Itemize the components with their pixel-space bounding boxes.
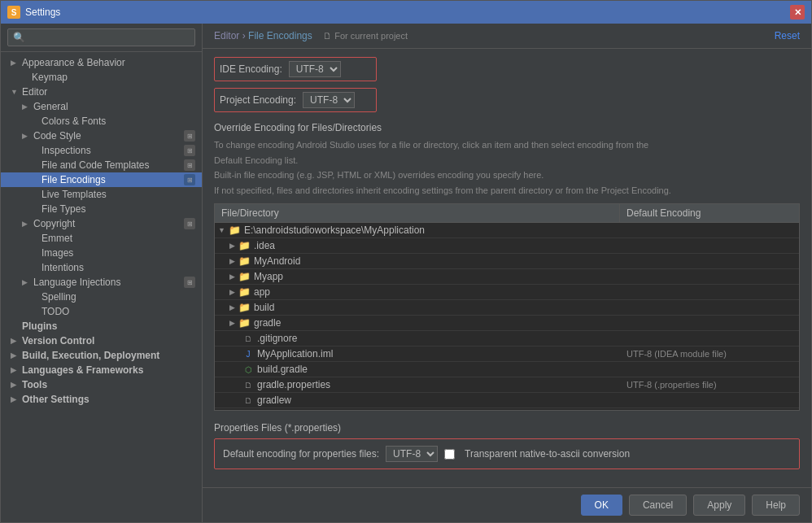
sidebar-item-other[interactable]: ▶ Other Settings [1,392,202,407]
default-enc-select[interactable]: UTF-8 [386,446,438,462]
override-section: Override Encoding for Files/Directories … [214,122,800,411]
ok-button[interactable]: OK [581,495,622,516]
table-row[interactable]: J MyApplication.iml UTF-8 (IDEA module f… [215,346,799,362]
expand-icon: ▶ [229,319,235,327]
override-desc2: Built-in file encoding (e.g. JSP, HTML o… [214,168,800,182]
sidebar-item-copyright[interactable]: ▶ Copyright ⊞ [1,216,202,231]
help-button[interactable]: Help [752,495,800,516]
transparent-checkbox[interactable] [444,449,455,460]
sidebar-item-tools[interactable]: ▶ Tools [1,377,202,392]
sidebar-item-images[interactable]: Images [1,246,202,260]
table-row[interactable]: 🗋 .gitignore [215,331,799,346]
badge-icon: ⊞ [184,130,195,142]
file-path-cell: 🗋 .gitignore [215,331,620,346]
sidebar-item-colors-fonts[interactable]: Colors & Fonts [1,114,202,129]
expand-icon: ▶ [229,242,235,250]
sidebar-item-intentions[interactable]: Intentions [1,260,202,275]
ide-encoding-select[interactable]: UTF-8 [289,61,341,77]
sidebar: ▶ Appearance & Behavior Keymap ▼ Editor … [1,24,203,522]
project-encoding-label: Project Encoding: [220,94,296,106]
sidebar-item-file-encodings[interactable]: File Encodings ⊞ [1,172,202,187]
file-name: build [254,302,274,313]
table-row[interactable]: ▶ 📁 build [215,300,799,316]
sidebar-item-version-control[interactable]: ▶ Version Control [1,333,202,348]
settings-window: S Settings ✕ ▶ Appearance & Behavior Key… [0,0,812,523]
folder-icon: 📁 [238,271,251,282]
breadcrumb-editor: Editor [214,30,239,41]
file-enc-cell [620,368,799,371]
file-enc-cell [620,275,799,278]
sidebar-item-todo[interactable]: TODO [1,304,202,319]
project-note: 🗋 For current project [323,31,408,41]
arrow-icon: ▶ [11,337,20,345]
sidebar-item-languages[interactable]: ▶ Languages & Frameworks [1,363,202,377]
app-icon: S [7,6,20,19]
file-name: MyApplication.iml [257,348,333,360]
table-row[interactable]: ▶ 📁 .idea [215,238,799,254]
expand-icon: ▶ [229,272,235,281]
arrow-icon: ▶ [22,220,32,228]
sidebar-item-inspections[interactable]: Inspections ⊞ [1,143,202,158]
file-path-cell: ▶ 📁 .idea [215,238,620,253]
ide-encoding-label: IDE Encoding: [220,63,282,75]
project-encoding-select[interactable]: UTF-8 [303,92,355,108]
table-row[interactable]: ⬡ build.gradle [215,362,799,377]
override-title: Override Encoding for Files/Directories [214,122,800,133]
sidebar-item-live-templates[interactable]: Live Templates [1,187,202,202]
table-header: File/Directory Default Encoding [215,204,799,223]
sidebar-item-file-code-templates[interactable]: File and Code Templates ⊞ [1,158,202,172]
arrow-icon: ▶ [22,132,32,140]
bottom-bar: OK Cancel Apply Help [203,487,811,522]
ide-encoding-row: IDE Encoding: UTF-8 [214,57,377,81]
table-row[interactable]: ▼ 📁 E:\androidstudioworkspace\MyApplicat… [215,223,799,238]
file-enc-cell [620,337,799,340]
expand-icon: ▶ [229,303,235,312]
file-path-cell: J MyApplication.iml [215,346,620,361]
sidebar-item-plugins[interactable]: Plugins [1,319,202,333]
table-row[interactable]: 🗋 gradle.properties UTF-8 (.properties f… [215,377,799,393]
search-input[interactable] [7,28,195,46]
sidebar-item-language-injections[interactable]: ▶ Language Injections ⊞ [1,275,202,290]
transparent-label: Transparent native-to-ascii conversion [465,448,630,460]
override-desc1: To change encoding Android Studio uses f… [214,138,800,152]
sidebar-item-appearance[interactable]: ▶ Appearance & Behavior [1,55,202,70]
sidebar-item-general[interactable]: ▶ General [1,99,202,114]
sidebar-item-build[interactable]: ▶ Build, Execution, Deployment [1,348,202,363]
sidebar-item-emmet[interactable]: Emmet [1,231,202,246]
table-row[interactable]: ▶ 📁 MyAndroid [215,254,799,269]
close-button[interactable]: ✕ [790,5,805,20]
properties-section-title: Properties Files (*.properties) [214,422,800,434]
title-bar: S Settings ✕ [1,1,811,24]
folder-icon: 📁 [238,302,251,313]
folder-icon: 📁 [238,317,251,329]
project-encoding-row: Project Encoding: UTF-8 [214,88,377,112]
table-row[interactable]: ▶ 📁 gradle [215,316,799,331]
sidebar-item-editor[interactable]: ▼ Editor [1,85,202,99]
table-body[interactable]: ▼ 📁 E:\androidstudioworkspace\MyApplicat… [215,223,799,410]
badge-icon: ⊞ [184,159,195,171]
badge-icon: ⊞ [184,145,195,156]
properties-section: Properties Files (*.properties) Default … [214,422,800,469]
arrow-icon: ▶ [11,59,20,67]
file-enc-cell [620,229,799,232]
sidebar-item-keymap[interactable]: Keymap [1,70,202,85]
default-enc-label: Default encoding for properties files: [223,448,379,460]
cancel-button[interactable]: Cancel [629,495,687,516]
table-row[interactable]: 🗋 gradlew.bat [215,408,799,410]
file-enc-cell: UTF-8 (.properties file) [620,378,799,391]
col-path-header: File/Directory [215,204,620,222]
table-row[interactable]: 🗋 gradlew [215,393,799,408]
file-path-cell: ▶ 📁 app [215,285,620,299]
reset-button[interactable]: Reset [775,30,800,41]
sidebar-item-file-types[interactable]: File Types [1,202,202,216]
table-row[interactable]: ▶ 📁 Myapp [215,269,799,285]
folder-icon: 📁 [238,286,251,298]
sidebar-item-code-style[interactable]: ▶ Code Style ⊞ [1,129,202,143]
file-name: Myapp [254,271,283,282]
file-enc-cell: UTF-8 (IDEA module file) [620,347,799,360]
apply-button[interactable]: Apply [693,495,745,516]
file-path-cell: ▶ 📁 gradle [215,316,620,330]
table-row[interactable]: ▶ 📁 app [215,285,799,300]
sidebar-item-spelling[interactable]: Spelling [1,290,202,304]
folder-icon: 📁 [238,240,251,251]
